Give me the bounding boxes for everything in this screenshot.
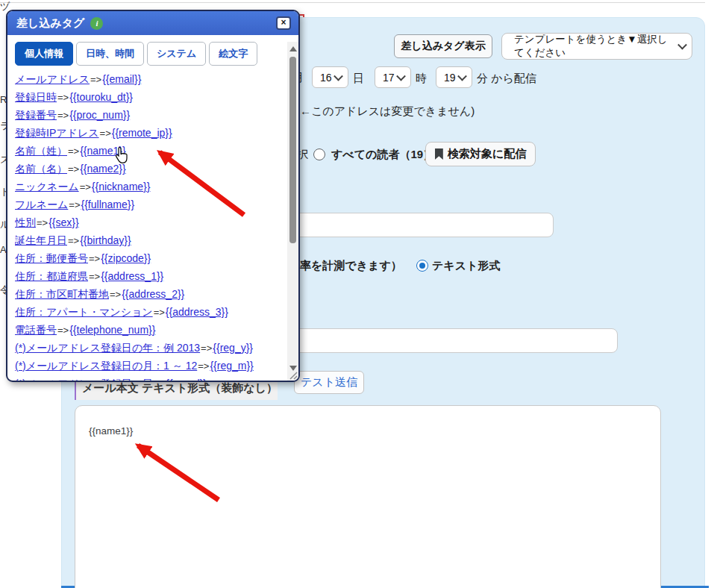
- bookmark-icon: [435, 148, 443, 160]
- tag-eq: =>: [99, 128, 112, 139]
- tag-value-link[interactable]: {{nickname}}: [92, 181, 151, 193]
- tag-eq: =>: [88, 271, 101, 282]
- tag-value-link[interactable]: {{proc_num}}: [69, 109, 130, 121]
- tab-system[interactable]: システム: [147, 42, 206, 66]
- list-item: 住所：アパート・マンション=>{{address_3}}: [15, 303, 284, 321]
- tag-eq: =>: [153, 307, 166, 318]
- page: ヅ R ラ ズ ト ル A 令 差し込みタグ表示 テンプレートを使うとき▼選択し…: [0, 0, 717, 588]
- tag-eq: =>: [57, 92, 69, 103]
- minute-select[interactable]: 19: [436, 66, 472, 88]
- dialog-title: 差し込みタグ: [16, 16, 84, 31]
- tag-eq: =>: [57, 325, 69, 336]
- template-select[interactable]: テンプレートを使うとき▼選択してください: [501, 33, 692, 60]
- tag-eq: =>: [90, 74, 102, 85]
- list-item: (*)メールアドレス登録日の月：1 ～ 12=>{{reg_m}}: [15, 357, 284, 375]
- resize-grip[interactable]: [288, 370, 298, 380]
- list-item: 名前（名）=>{{name2}}: [15, 160, 284, 178]
- tag-label-link[interactable]: 登録番号: [15, 109, 57, 121]
- close-icon[interactable]: ×: [276, 16, 291, 30]
- scroll-up-icon[interactable]: [289, 46, 297, 51]
- tag-eq: =>: [67, 146, 80, 157]
- tag-label-link[interactable]: 住所：都道府県: [15, 270, 88, 282]
- tag-value-link[interactable]: {{address_1}}: [101, 270, 163, 282]
- mail-body-label: メール本文 テキスト形式（装飾なし）: [82, 381, 278, 395]
- dialog-body: 個人情報 日時、時間 システム 絵文字 メールアドレス=>{{email}} 登…: [7, 42, 298, 382]
- tag-label-link[interactable]: (*)メールアドレス登録日の月：1 ～ 12: [15, 360, 197, 372]
- list-item: ニックネーム=>{{nickname}}: [15, 178, 284, 196]
- tag-value-link[interactable]: {{touroku_dt}}: [69, 91, 133, 103]
- list-item: 名前（姓）=>{{name1}}: [15, 142, 284, 160]
- tag-eq: =>: [67, 235, 80, 246]
- hour-unit-label: 時: [416, 72, 427, 86]
- tag-label-link[interactable]: 性別: [15, 216, 36, 228]
- tab-emoji[interactable]: 絵文字: [209, 42, 257, 66]
- info-icon[interactable]: i: [90, 17, 103, 30]
- tag-value-link[interactable]: {{telephone_num}}: [69, 324, 155, 336]
- deliver-to-search-button[interactable]: 検索対象に配信: [425, 142, 536, 166]
- tag-eq: =>: [109, 289, 122, 300]
- tag-value-link[interactable]: {{address_2}}: [122, 288, 184, 300]
- tag-label-link[interactable]: 名前（名）: [15, 163, 67, 175]
- tag-label-link[interactable]: 住所：アパート・マンション: [15, 306, 153, 318]
- tag-value-link[interactable]: {{reg_m}}: [210, 360, 253, 372]
- tag-label-link[interactable]: 登録時IPアドレス: [15, 127, 99, 139]
- tag-label-link[interactable]: 住所：市区町村番地: [15, 288, 109, 300]
- tab-date-time[interactable]: 日時、時間: [76, 42, 144, 66]
- tag-label-link[interactable]: 名前（姓）: [15, 145, 67, 157]
- tag-label-link[interactable]: 住所：郵便番号: [15, 252, 88, 264]
- tag-label-link[interactable]: (*)メールアドレス登録日の日: [15, 378, 153, 382]
- list-item: フルネーム=>{{fullname}}: [15, 196, 284, 213]
- tab-personal-info[interactable]: 個人情報: [15, 42, 73, 66]
- day-select[interactable]: 16: [312, 66, 348, 88]
- list-item: 誕生年月日=>{{birthday}}: [15, 231, 284, 249]
- tag-eq: =>: [153, 378, 166, 382]
- all-readers-radio[interactable]: [313, 148, 325, 160]
- test-send-button[interactable]: テスト送信: [294, 371, 364, 394]
- tag-value-link[interactable]: {{remote_ip}}: [112, 127, 172, 139]
- list-item: 住所：市区町村番地=>{{address_2}}: [15, 285, 284, 303]
- text-format-radio[interactable]: [416, 260, 428, 272]
- tag-label-link[interactable]: メールアドレス: [15, 73, 90, 85]
- tag-value-link[interactable]: {{fullname}}: [81, 198, 135, 210]
- scrollbar-thumb[interactable]: [289, 57, 296, 243]
- hour-select[interactable]: 17: [375, 66, 411, 88]
- tag-eq: =>: [67, 163, 80, 175]
- tag-label-link[interactable]: 誕生年月日: [15, 234, 67, 246]
- list-item: 登録日時=>{{touroku_dt}}: [15, 88, 284, 106]
- mail-body-textarea[interactable]: {{name1}}: [75, 405, 661, 588]
- list-item: 性別=>{{sex}}: [15, 213, 284, 231]
- tag-label-link[interactable]: ニックネーム: [15, 181, 79, 193]
- show-merge-tags-button[interactable]: 差し込みタグ表示: [394, 34, 492, 58]
- dialog-header[interactable]: 差し込みタグ i ×: [7, 11, 298, 35]
- background-divider: [0, 2, 705, 3]
- dialog-tabs: 個人情報 日時、時間 システム 絵文字: [15, 42, 291, 66]
- tag-value-link[interactable]: {{reg_y}}: [213, 342, 253, 354]
- tag-eq: =>: [200, 343, 213, 354]
- tag-label-link[interactable]: フルネーム: [15, 198, 68, 210]
- tag-value-link[interactable]: {{email}}: [102, 73, 141, 85]
- merge-tag-dialog: 差し込みタグ i × 個人情報 日時、時間 システム 絵文字 メールアドレス=>…: [6, 10, 300, 382]
- tag-value-link[interactable]: {{name2}}: [80, 163, 126, 175]
- tag-label-link[interactable]: 電話番号: [15, 324, 57, 336]
- tag-value-link[interactable]: {{reg_d}}: [166, 378, 207, 382]
- minute-unit-label: 分 から配信: [477, 72, 536, 86]
- tag-label-link[interactable]: 登録日時: [15, 91, 57, 103]
- tag-eq: =>: [68, 199, 81, 210]
- tag-value-link-name1[interactable]: {{name1}}: [80, 145, 126, 157]
- dialog-scrollbar[interactable]: [287, 42, 298, 382]
- tag-value-link[interactable]: {{zipcode}}: [101, 252, 151, 264]
- tag-value-link[interactable]: {{birthday}}: [80, 234, 131, 246]
- all-readers-label: すべての読者（19）: [331, 148, 434, 162]
- tag-value-link[interactable]: {{sex}}: [48, 216, 79, 228]
- tag-eq: =>: [197, 360, 210, 372]
- deliver-to-search-label: 検索対象に配信: [448, 147, 526, 161]
- tag-label-link[interactable]: (*)メールアドレス登録日の年：例 2013: [15, 342, 200, 354]
- list-item: 登録番号=>{{proc_num}}: [15, 106, 284, 124]
- merge-tag-list: メールアドレス=>{{email}} 登録日時=>{{touroku_dt}} …: [15, 70, 284, 382]
- list-item: 登録時IPアドレス=>{{remote_ip}}: [15, 124, 284, 142]
- list-item: (*)メールアドレス登録日の年：例 2013=>{{reg_y}}: [15, 339, 284, 357]
- tag-value-link[interactable]: {{address_3}}: [166, 306, 228, 318]
- list-item: (*)メールアドレス登録日の日=>{{reg_d}}: [15, 375, 284, 382]
- list-item: 住所：郵便番号=>{{zipcode}}: [15, 249, 284, 267]
- tag-eq: =>: [79, 181, 92, 193]
